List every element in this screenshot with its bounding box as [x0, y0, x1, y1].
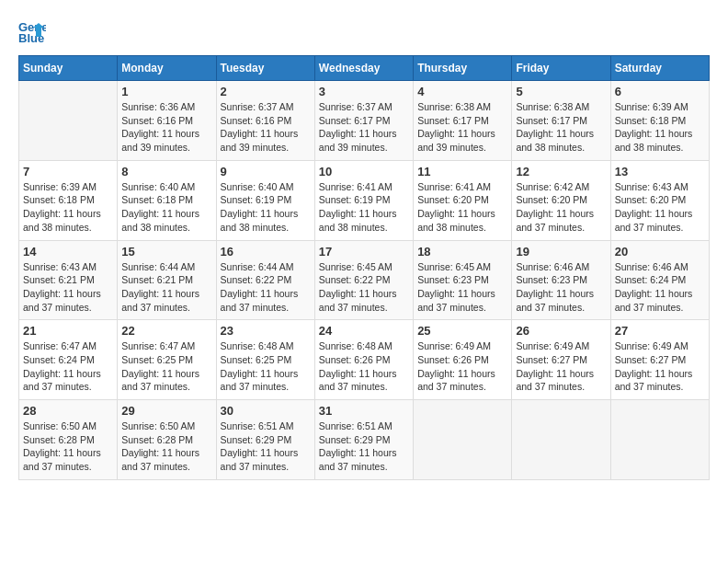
- day-info: Sunrise: 6:50 AMSunset: 6:28 PMDaylight:…: [121, 419, 211, 474]
- calendar-cell: [610, 400, 709, 480]
- day-number: 5: [516, 85, 606, 98]
- calendar-cell: 20Sunrise: 6:46 AMSunset: 6:24 PMDayligh…: [610, 240, 709, 320]
- day-number: 2: [221, 85, 311, 98]
- calendar-cell: 8Sunrise: 6:40 AMSunset: 6:18 PMDaylight…: [118, 160, 216, 240]
- calendar-cell: 13Sunrise: 6:43 AMSunset: 6:20 PMDayligh…: [610, 160, 709, 240]
- weekday-header-row: SundayMondayTuesdayWednesdayThursdayFrid…: [19, 56, 710, 81]
- week-row-2: 7Sunrise: 6:39 AMSunset: 6:18 PMDaylight…: [19, 160, 710, 240]
- day-info: Sunrise: 6:46 AMSunset: 6:24 PMDaylight:…: [615, 260, 705, 315]
- day-info: Sunrise: 6:43 AMSunset: 6:21 PMDaylight:…: [23, 260, 113, 315]
- day-info: Sunrise: 6:37 AMSunset: 6:16 PMDaylight:…: [221, 100, 311, 155]
- day-info: Sunrise: 6:45 AMSunset: 6:23 PMDaylight:…: [417, 260, 507, 315]
- day-info: Sunrise: 6:40 AMSunset: 6:18 PMDaylight:…: [121, 180, 211, 235]
- calendar-table: SundayMondayTuesdayWednesdayThursdayFrid…: [18, 55, 710, 480]
- logo-icon: General Blue: [18, 18, 46, 46]
- day-info: Sunrise: 6:47 AMSunset: 6:25 PMDaylight:…: [121, 339, 211, 394]
- day-number: 24: [319, 324, 409, 338]
- day-info: Sunrise: 6:41 AMSunset: 6:20 PMDaylight:…: [417, 180, 507, 235]
- weekday-header-saturday: Saturday: [610, 56, 709, 81]
- calendar-cell: 5Sunrise: 6:38 AMSunset: 6:17 PMDaylight…: [512, 81, 610, 161]
- day-number: 14: [23, 245, 113, 259]
- day-info: Sunrise: 6:43 AMSunset: 6:20 PMDaylight:…: [615, 180, 705, 235]
- week-row-3: 14Sunrise: 6:43 AMSunset: 6:21 PMDayligh…: [19, 240, 710, 320]
- calendar-cell: 31Sunrise: 6:51 AMSunset: 6:29 PMDayligh…: [314, 400, 413, 480]
- day-info: Sunrise: 6:41 AMSunset: 6:19 PMDaylight:…: [319, 180, 409, 235]
- day-info: Sunrise: 6:36 AMSunset: 6:16 PMDaylight:…: [121, 100, 211, 155]
- day-number: 12: [516, 165, 606, 178]
- day-info: Sunrise: 6:49 AMSunset: 6:26 PMDaylight:…: [417, 339, 507, 394]
- day-number: 23: [221, 324, 311, 338]
- day-number: 9: [221, 165, 311, 178]
- calendar-cell: 25Sunrise: 6:49 AMSunset: 6:26 PMDayligh…: [414, 320, 512, 400]
- calendar-cell: 14Sunrise: 6:43 AMSunset: 6:21 PMDayligh…: [19, 240, 118, 320]
- calendar-cell: 30Sunrise: 6:51 AMSunset: 6:29 PMDayligh…: [216, 400, 314, 480]
- calendar-cell: 29Sunrise: 6:50 AMSunset: 6:28 PMDayligh…: [118, 400, 216, 480]
- calendar-cell: 1Sunrise: 6:36 AMSunset: 6:16 PMDaylight…: [118, 81, 216, 161]
- day-info: Sunrise: 6:40 AMSunset: 6:19 PMDaylight:…: [221, 180, 311, 235]
- calendar-cell: 3Sunrise: 6:37 AMSunset: 6:17 PMDaylight…: [314, 81, 413, 161]
- calendar-cell: 18Sunrise: 6:45 AMSunset: 6:23 PMDayligh…: [414, 240, 512, 320]
- day-info: Sunrise: 6:46 AMSunset: 6:23 PMDaylight:…: [516, 260, 606, 315]
- day-info: Sunrise: 6:49 AMSunset: 6:27 PMDaylight:…: [615, 339, 705, 394]
- page-header: General Blue: [18, 18, 710, 46]
- day-number: 25: [417, 324, 507, 338]
- day-number: 11: [417, 165, 507, 178]
- day-info: Sunrise: 6:48 AMSunset: 6:25 PMDaylight:…: [221, 339, 311, 394]
- calendar-cell: 24Sunrise: 6:48 AMSunset: 6:26 PMDayligh…: [314, 320, 413, 400]
- calendar-cell: 7Sunrise: 6:39 AMSunset: 6:18 PMDaylight…: [19, 160, 118, 240]
- day-number: 26: [516, 324, 606, 338]
- day-number: 1: [121, 85, 211, 98]
- day-number: 31: [319, 404, 409, 418]
- day-info: Sunrise: 6:37 AMSunset: 6:17 PMDaylight:…: [319, 100, 409, 155]
- calendar-cell: 12Sunrise: 6:42 AMSunset: 6:20 PMDayligh…: [512, 160, 610, 240]
- weekday-header-wednesday: Wednesday: [314, 56, 413, 81]
- calendar-cell: 6Sunrise: 6:39 AMSunset: 6:18 PMDaylight…: [610, 81, 709, 161]
- day-info: Sunrise: 6:51 AMSunset: 6:29 PMDaylight:…: [319, 419, 409, 474]
- day-number: 21: [23, 324, 113, 338]
- calendar-cell: [512, 400, 610, 480]
- day-info: Sunrise: 6:39 AMSunset: 6:18 PMDaylight:…: [23, 180, 113, 235]
- day-number: 4: [417, 85, 507, 98]
- calendar-cell: 23Sunrise: 6:48 AMSunset: 6:25 PMDayligh…: [216, 320, 314, 400]
- calendar-cell: 28Sunrise: 6:50 AMSunset: 6:28 PMDayligh…: [19, 400, 118, 480]
- day-number: 27: [615, 324, 705, 338]
- week-row-5: 28Sunrise: 6:50 AMSunset: 6:28 PMDayligh…: [19, 400, 710, 480]
- calendar-cell: 26Sunrise: 6:49 AMSunset: 6:27 PMDayligh…: [512, 320, 610, 400]
- day-number: 17: [319, 245, 409, 259]
- calendar-cell: [414, 400, 512, 480]
- calendar-cell: 16Sunrise: 6:44 AMSunset: 6:22 PMDayligh…: [216, 240, 314, 320]
- day-info: Sunrise: 6:50 AMSunset: 6:28 PMDaylight:…: [23, 419, 113, 474]
- calendar-cell: 15Sunrise: 6:44 AMSunset: 6:21 PMDayligh…: [118, 240, 216, 320]
- day-number: 13: [615, 165, 705, 178]
- calendar-cell: 21Sunrise: 6:47 AMSunset: 6:24 PMDayligh…: [19, 320, 118, 400]
- week-row-1: 1Sunrise: 6:36 AMSunset: 6:16 PMDaylight…: [19, 81, 710, 161]
- weekday-header-sunday: Sunday: [19, 56, 118, 81]
- day-info: Sunrise: 6:42 AMSunset: 6:20 PMDaylight:…: [516, 180, 606, 235]
- calendar-cell: 17Sunrise: 6:45 AMSunset: 6:22 PMDayligh…: [314, 240, 413, 320]
- day-number: 19: [516, 245, 606, 259]
- day-number: 22: [121, 324, 211, 338]
- day-number: 7: [23, 165, 113, 178]
- day-info: Sunrise: 6:38 AMSunset: 6:17 PMDaylight:…: [417, 100, 507, 155]
- day-info: Sunrise: 6:45 AMSunset: 6:22 PMDaylight:…: [319, 260, 409, 315]
- day-number: 8: [121, 165, 211, 178]
- day-info: Sunrise: 6:38 AMSunset: 6:17 PMDaylight:…: [516, 100, 606, 155]
- calendar-cell: 4Sunrise: 6:38 AMSunset: 6:17 PMDaylight…: [414, 81, 512, 161]
- day-number: 15: [121, 245, 211, 259]
- weekday-header-monday: Monday: [118, 56, 216, 81]
- day-info: Sunrise: 6:44 AMSunset: 6:22 PMDaylight:…: [221, 260, 311, 315]
- day-info: Sunrise: 6:48 AMSunset: 6:26 PMDaylight:…: [319, 339, 409, 394]
- day-number: 20: [615, 245, 705, 259]
- weekday-header-friday: Friday: [512, 56, 610, 81]
- day-info: Sunrise: 6:44 AMSunset: 6:21 PMDaylight:…: [121, 260, 211, 315]
- day-number: 29: [121, 404, 211, 418]
- weekday-header-thursday: Thursday: [414, 56, 512, 81]
- calendar-cell: 9Sunrise: 6:40 AMSunset: 6:19 PMDaylight…: [216, 160, 314, 240]
- day-number: 28: [23, 404, 113, 418]
- calendar-cell: 27Sunrise: 6:49 AMSunset: 6:27 PMDayligh…: [610, 320, 709, 400]
- day-number: 10: [319, 165, 409, 178]
- day-number: 30: [221, 404, 311, 418]
- day-info: Sunrise: 6:39 AMSunset: 6:18 PMDaylight:…: [615, 100, 705, 155]
- day-number: 16: [221, 245, 311, 259]
- week-row-4: 21Sunrise: 6:47 AMSunset: 6:24 PMDayligh…: [19, 320, 710, 400]
